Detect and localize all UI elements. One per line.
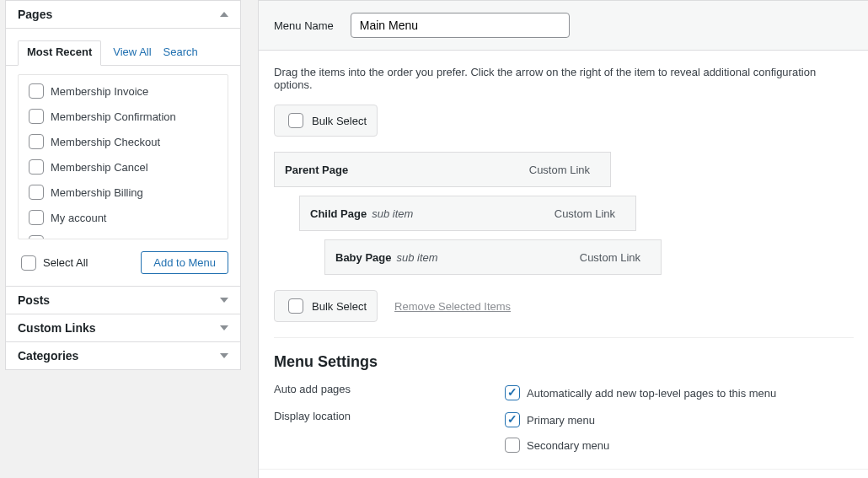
list-item: Membership Invoice bbox=[25, 78, 219, 104]
bulk-select-checkbox[interactable] bbox=[288, 113, 303, 128]
panel-categories-title: Categories bbox=[18, 349, 78, 363]
menu-hint: Drag the items into the order you prefer… bbox=[274, 66, 854, 91]
location-primary-label: Primary menu bbox=[527, 414, 595, 427]
list-item: Membership Cancel bbox=[25, 154, 219, 180]
list-item: My account bbox=[25, 205, 219, 230]
location-secondary[interactable]: Secondary menu bbox=[501, 435, 609, 455]
menu-item-type: Custom Link bbox=[529, 164, 590, 176]
location-primary-checkbox[interactable] bbox=[505, 412, 520, 427]
page-checkbox[interactable] bbox=[29, 109, 44, 124]
page-label: Membership Cancel bbox=[51, 161, 148, 174]
panel-pages-body: Most Recent View All Search Membership I… bbox=[6, 28, 240, 286]
location-primary[interactable]: Primary menu bbox=[501, 410, 609, 430]
select-all-checkbox[interactable] bbox=[21, 255, 36, 271]
tab-most-recent[interactable]: Most Recent bbox=[18, 40, 101, 66]
page-checkbox[interactable] bbox=[29, 83, 44, 99]
menu-item-type: Custom Link bbox=[555, 207, 615, 220]
page-label: Membership Billing bbox=[51, 186, 143, 199]
page-checkbox[interactable] bbox=[29, 235, 44, 239]
panel-pages-title: Pages bbox=[18, 8, 52, 21]
auto-add-label: Auto add pages bbox=[274, 383, 501, 395]
panel-pages-header[interactable]: Pages bbox=[6, 1, 240, 28]
pages-list[interactable]: Membership Invoice Membership Confirmati… bbox=[18, 74, 228, 239]
menu-editor: Menu Name Drag the items into the order … bbox=[258, 0, 868, 478]
bulk-select-bottom[interactable]: Bulk Select bbox=[274, 290, 378, 322]
page-label: Checkout bbox=[51, 237, 97, 240]
list-item: Membership Billing bbox=[25, 180, 219, 205]
menu-settings-heading: Menu Settings bbox=[274, 353, 854, 371]
menu-name-row: Menu Name bbox=[259, 1, 868, 51]
panel-categories: Categories bbox=[5, 342, 241, 370]
menu-item-type: Custom Link bbox=[580, 251, 640, 264]
menu-settings: Menu Settings Auto add pages Automatical… bbox=[274, 353, 854, 455]
display-location-label: Display location bbox=[274, 410, 501, 422]
page-checkbox[interactable] bbox=[29, 134, 44, 149]
menu-item-sub: sub item bbox=[396, 251, 437, 264]
panel-custom-links-header[interactable]: Custom Links bbox=[6, 314, 240, 341]
menu-name-input[interactable] bbox=[351, 13, 570, 38]
bulk-select-label: Bulk Select bbox=[312, 115, 367, 127]
page-label: My account bbox=[51, 212, 106, 224]
page-checkbox[interactable] bbox=[29, 159, 44, 175]
panel-posts-header[interactable]: Posts bbox=[6, 287, 240, 314]
page-label: Membership Checkout bbox=[51, 136, 160, 148]
expand-icon bbox=[220, 298, 228, 303]
menu-item-title: Baby Page bbox=[335, 251, 391, 264]
add-items-sidebar: Pages Most Recent View All Search Member… bbox=[5, 0, 241, 478]
bulk-select-label: Bulk Select bbox=[312, 300, 367, 313]
location-secondary-checkbox[interactable] bbox=[505, 438, 520, 453]
list-item: Checkout bbox=[25, 230, 219, 239]
list-item: Membership Checkout bbox=[25, 129, 219, 154]
panel-pages: Pages Most Recent View All Search Member… bbox=[5, 0, 241, 287]
auto-add-option-label: Automatically add new top-level pages to… bbox=[527, 387, 776, 400]
page-label: Membership Confirmation bbox=[51, 110, 176, 123]
page-checkbox[interactable] bbox=[29, 185, 44, 200]
tab-search[interactable]: Search bbox=[163, 40, 198, 65]
menu-item-baby[interactable]: Baby Page sub item Custom Link bbox=[324, 239, 662, 275]
location-secondary-label: Secondary menu bbox=[527, 439, 609, 452]
menu-item-parent[interactable]: Parent Page Custom Link bbox=[274, 152, 611, 187]
menu-item-child[interactable]: Child Page sub item Custom Link bbox=[299, 196, 636, 231]
expand-icon bbox=[220, 325, 228, 330]
select-all[interactable]: Select All bbox=[18, 253, 88, 273]
menu-name-label: Menu Name bbox=[274, 19, 334, 32]
panel-categories-header[interactable]: Categories bbox=[6, 342, 240, 369]
panel-posts-title: Posts bbox=[18, 293, 50, 307]
auto-add-checkbox[interactable] bbox=[505, 385, 520, 400]
pages-tabs: Most Recent View All Search bbox=[6, 40, 240, 66]
auto-add-option[interactable]: Automatically add new top-level pages to… bbox=[501, 383, 776, 403]
expand-icon bbox=[220, 353, 228, 358]
panel-custom-links-title: Custom Links bbox=[18, 321, 96, 335]
remove-selected-link[interactable]: Remove Selected Items bbox=[394, 300, 511, 313]
menu-item-title: Child Page bbox=[310, 207, 367, 220]
panel-posts: Posts bbox=[5, 287, 241, 314]
menu-item-sub: sub item bbox=[372, 207, 413, 220]
menu-item-title: Parent Page bbox=[285, 164, 348, 176]
list-item: Membership Confirmation bbox=[25, 104, 219, 129]
page-checkbox[interactable] bbox=[29, 210, 44, 225]
add-to-menu-button[interactable]: Add to Menu bbox=[141, 251, 228, 274]
menu-structure: Parent Page Custom Link Child Page sub i… bbox=[274, 152, 854, 275]
select-all-label: Select All bbox=[43, 256, 88, 269]
page-label: Membership Invoice bbox=[51, 85, 148, 98]
bulk-select-top[interactable]: Bulk Select bbox=[274, 105, 378, 137]
tab-view-all[interactable]: View All bbox=[113, 40, 151, 65]
panel-custom-links: Custom Links bbox=[5, 314, 241, 342]
collapse-icon bbox=[220, 12, 228, 17]
bulk-select-checkbox[interactable] bbox=[288, 298, 303, 314]
